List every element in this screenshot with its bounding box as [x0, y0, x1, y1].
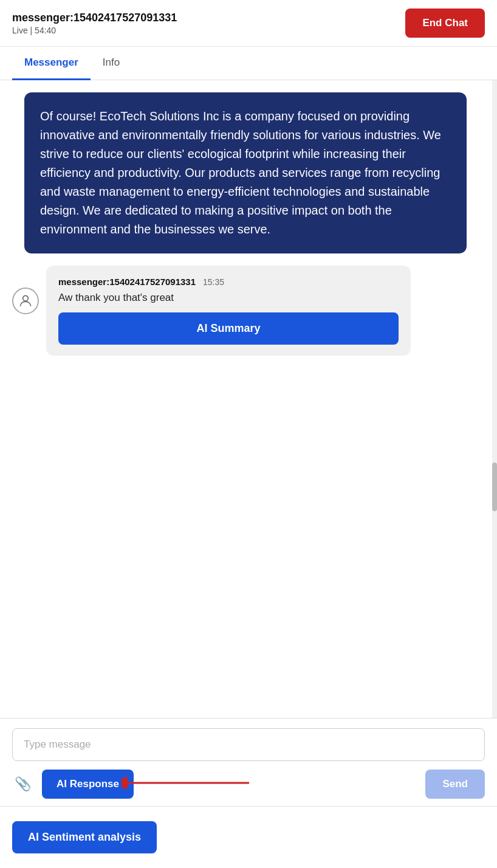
- ai-sentiment-button[interactable]: AI Sentiment analysis: [12, 821, 157, 853]
- svg-point-0: [23, 295, 29, 301]
- header-info: messenger:15402417527091331 Live | 54:40: [12, 12, 177, 35]
- agent-message-text: Of course! EcoTech Solutions Inc is a co…: [40, 109, 441, 236]
- ai-response-button[interactable]: AI Response: [42, 770, 134, 799]
- user-message-row: messenger:15402417527091331 15:35 Aw tha…: [12, 266, 485, 356]
- conversation-title: messenger:15402417527091331: [12, 12, 177, 24]
- input-actions: 📎 AI Response Send: [12, 770, 485, 799]
- user-bubble-header: messenger:15402417527091331 15:35: [58, 277, 399, 287]
- conversation-status: Live | 54:40: [12, 26, 177, 35]
- user-message-text: Aw thank you that's great: [58, 292, 399, 304]
- arrow-annotation: [122, 771, 255, 797]
- message-time: 15:35: [203, 277, 224, 287]
- tab-messenger[interactable]: Messenger: [12, 47, 91, 80]
- user-name: messenger:15402417527091331: [58, 277, 196, 287]
- bottom-panel: AI Sentiment analysis: [0, 806, 497, 868]
- end-chat-button[interactable]: End Chat: [405, 9, 485, 38]
- user-bubble: messenger:15402417527091331 15:35 Aw tha…: [46, 266, 411, 356]
- send-button[interactable]: Send: [425, 770, 485, 799]
- message-input[interactable]: [12, 728, 485, 761]
- person-icon: [18, 293, 33, 309]
- input-area: 📎 AI Response Send: [0, 718, 497, 806]
- agent-message-bubble: Of course! EcoTech Solutions Inc is a co…: [24, 92, 467, 253]
- attach-button[interactable]: 📎: [12, 774, 33, 794]
- scrollbar-thumb[interactable]: [492, 463, 497, 511]
- tab-info[interactable]: Info: [91, 47, 132, 80]
- avatar: [12, 288, 39, 314]
- paperclip-icon: 📎: [15, 776, 31, 792]
- header: messenger:15402417527091331 Live | 54:40…: [0, 0, 497, 47]
- arrow-icon: [122, 771, 255, 795]
- chat-area: Of course! EcoTech Solutions Inc is a co…: [0, 80, 497, 368]
- chat-scroll-area[interactable]: Of course! EcoTech Solutions Inc is a co…: [0, 80, 497, 718]
- ai-summary-button[interactable]: AI Summary: [58, 312, 399, 345]
- scrollbar-track[interactable]: [492, 80, 497, 718]
- tab-bar: Messenger Info: [0, 47, 497, 80]
